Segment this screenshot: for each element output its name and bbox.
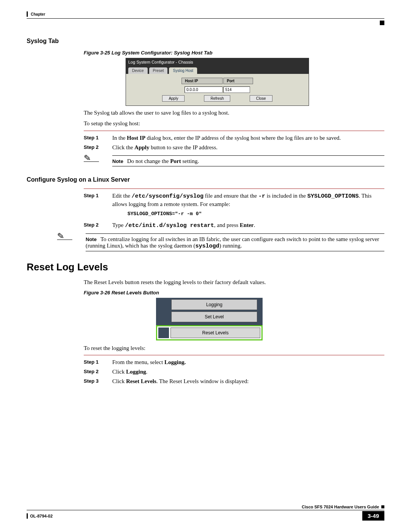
step-label: Step 2: [84, 144, 112, 152]
reset-levels-highlight: Reset Levels: [156, 325, 263, 340]
step-label: Step 3: [84, 377, 112, 385]
tab-preset[interactable]: Preset: [149, 67, 168, 74]
header-marker: [27, 11, 28, 17]
step-label: Step 2: [84, 368, 112, 376]
note-label: Note: [112, 158, 123, 164]
page-footer: Cisco SFS 7024 Hardware Users Guide OL-8…: [27, 505, 384, 521]
code: SYSLOGD_OPTIONS: [307, 193, 358, 200]
text: button to save the IP address.: [150, 144, 218, 150]
reset-figure: Logging Set Level Reset Levels: [156, 298, 263, 340]
reset-to-intro: To reset the logging levels:: [84, 344, 384, 352]
text: Type: [112, 222, 125, 228]
text: is included in the: [265, 193, 307, 199]
code: /etc/sysconfig/syslog: [132, 193, 204, 200]
text: Click the: [112, 144, 134, 150]
reset-description: The Reset Levels button resets the loggi…: [84, 278, 384, 286]
footer-guide: Cisco SFS 7024 Hardware Users Guide: [302, 505, 379, 509]
apply-button[interactable]: Apply: [162, 95, 185, 102]
step-label: Step 1: [84, 358, 112, 366]
text: ) running.: [219, 243, 242, 249]
code: -r: [258, 193, 265, 200]
text: .: [146, 369, 148, 375]
syslog-step-2: Step 2 Click the Apply button to save th…: [84, 144, 384, 152]
logging-term: Logging.: [164, 359, 186, 365]
text: . The Reset Levels window is displayed:: [156, 378, 249, 384]
host-ip-term: Host IP: [127, 135, 145, 141]
step-label: Step 1: [84, 134, 112, 142]
code: /etc/init.d/syslog restart: [125, 222, 214, 229]
text: .: [254, 222, 255, 228]
text: Click: [112, 369, 126, 375]
step-label: Step 2: [84, 221, 112, 230]
figure-26-caption: Figure 3-26 Reset Levels Button: [84, 290, 384, 296]
chapter-label: Chapter: [31, 12, 45, 16]
text: setting.: [181, 158, 199, 164]
syslog-description: The Syslog tab allows the user to save l…: [84, 109, 384, 117]
port-input[interactable]: 514: [223, 86, 250, 93]
steps-rule: [84, 355, 384, 355]
set-level-button[interactable]: Set Level: [171, 312, 257, 322]
hostip-input[interactable]: 0.0.0.0: [185, 86, 223, 93]
reset-levels-term: Reset Levels: [126, 378, 156, 384]
syslog-heading: Syslog Tab: [27, 38, 384, 45]
hostip-label: Host IP: [182, 78, 223, 84]
syslog-dialog: Log System Configurator - Chassis Device…: [126, 58, 309, 106]
text: Edit the: [112, 193, 132, 199]
page-number: 3-49: [362, 511, 384, 521]
tab-device[interactable]: Device: [128, 67, 148, 74]
logging-button[interactable]: Logging: [171, 299, 257, 310]
reset-step-2: Step 2 Click Logging.: [84, 368, 384, 376]
dialog-title: Log System Configurator - Chassis: [126, 58, 309, 66]
enter-term: Enter: [240, 222, 254, 228]
syslog-setup-intro: To setup the syslog host:: [84, 120, 384, 127]
text: Click: [112, 378, 126, 384]
port-label: Port: [223, 78, 253, 84]
config-step-1: Step 1 Edit the /etc/sysconfig/syslog fi…: [84, 192, 384, 220]
note-block: ✎ NoteDo not change the Port setting.: [84, 154, 384, 169]
reset-levels-button[interactable]: Reset Levels: [170, 328, 260, 338]
text: file and ensure that the: [204, 193, 258, 199]
footer-doc-number: OL-8794-02: [30, 514, 53, 518]
step-label: Step 1: [84, 192, 112, 220]
code-block: SYSLOGD_OPTIONS="-r -m 0": [127, 211, 384, 217]
footer-square-icon: [381, 505, 384, 508]
close-button[interactable]: Close: [250, 95, 272, 102]
header-box-icon: [380, 21, 384, 25]
tab-syslog-host[interactable]: Syslog Host: [169, 67, 197, 74]
figure-25-caption: Figure 3-25 Log System Configurator: Sys…: [84, 50, 384, 56]
text: , and press: [214, 222, 240, 228]
steps-rule: [84, 189, 384, 189]
text: Do not change the: [127, 158, 170, 164]
logging-term: Logging: [126, 369, 146, 375]
text: From the menu, select: [112, 359, 164, 365]
steps-rule: [84, 131, 384, 131]
color-swatch: [158, 328, 169, 338]
pencil-icon: ✎: [83, 153, 91, 162]
note-block-2: ✎ NoteTo centralize logging for all swit…: [57, 232, 384, 254]
header-rule: [27, 18, 384, 19]
text: dialog box, enter the IP address of the …: [145, 135, 341, 141]
text: In the: [112, 135, 127, 141]
reset-step-1: Step 1 From the menu, select Logging.: [84, 358, 384, 366]
pencil-icon: ✎: [57, 232, 64, 240]
code: syslogd: [195, 243, 219, 249]
apply-term: Apply: [134, 144, 149, 150]
note-label: Note: [86, 236, 97, 242]
reset-step-3: Step 3 Click Reset Levels. The Reset Lev…: [84, 377, 384, 385]
config-step-2: Step 2 Type /etc/init.d/syslog restart, …: [84, 221, 384, 230]
refresh-button[interactable]: Refresh: [204, 95, 230, 102]
reset-heading: Reset Log Levels: [27, 261, 384, 273]
configure-heading: Configure Syslog on a Linux Server: [27, 176, 384, 183]
port-term: Port: [170, 158, 181, 164]
footer-marker: [27, 513, 28, 519]
dialog-tabs: Device Preset Syslog Host: [126, 66, 309, 74]
syslog-step-1: Step 1 In the Host IP dialog box, enter …: [84, 134, 384, 142]
